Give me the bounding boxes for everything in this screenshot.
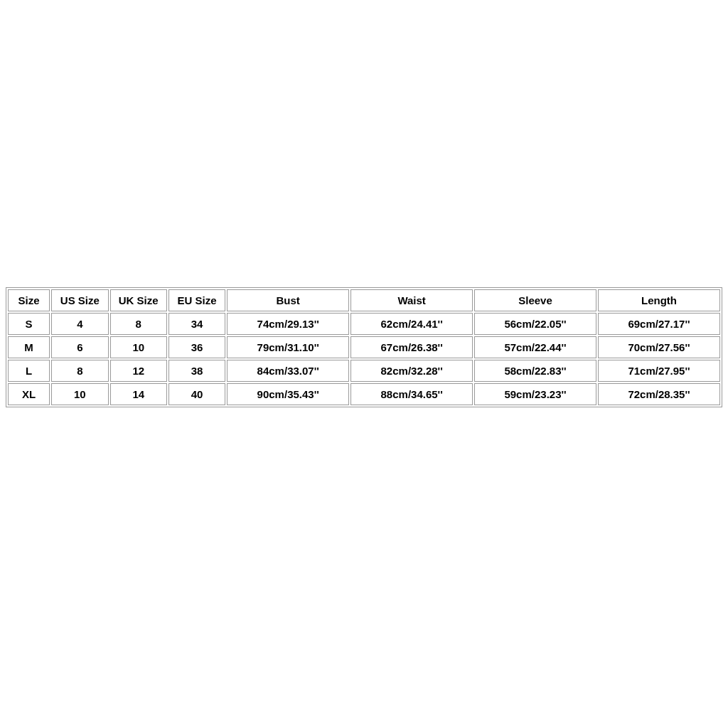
col-header-us: US Size	[51, 289, 108, 311]
cell-eu: 34	[168, 313, 225, 335]
size-chart-table: Size US Size UK Size EU Size Bust Waist …	[6, 287, 722, 407]
cell-eu: 40	[168, 383, 225, 405]
cell-length: 71cm/27.95''	[598, 360, 720, 382]
cell-uk: 12	[110, 360, 167, 382]
table-row: S 4 8 34 74cm/29.13'' 62cm/24.41'' 56cm/…	[8, 313, 720, 335]
cell-waist: 67cm/26.38''	[350, 336, 473, 358]
table-row: L 8 12 38 84cm/33.07'' 82cm/32.28'' 58cm…	[8, 360, 720, 382]
cell-waist: 88cm/34.65''	[350, 383, 473, 405]
cell-waist: 82cm/32.28''	[350, 360, 473, 382]
cell-uk: 8	[110, 313, 167, 335]
cell-length: 70cm/27.56''	[598, 336, 720, 358]
table-header-row: Size US Size UK Size EU Size Bust Waist …	[8, 289, 720, 311]
cell-uk: 10	[110, 336, 167, 358]
cell-length: 69cm/27.17''	[598, 313, 720, 335]
cell-waist: 62cm/24.41''	[350, 313, 473, 335]
cell-us: 10	[51, 383, 108, 405]
cell-eu: 38	[168, 360, 225, 382]
cell-sleeve: 56cm/22.05''	[474, 313, 596, 335]
cell-bust: 90cm/35.43''	[227, 383, 349, 405]
cell-sleeve: 58cm/22.83''	[474, 360, 596, 382]
table-row: M 6 10 36 79cm/31.10'' 67cm/26.38'' 57cm…	[8, 336, 720, 358]
col-header-waist: Waist	[350, 289, 473, 311]
cell-bust: 84cm/33.07''	[227, 360, 349, 382]
cell-size: XL	[8, 383, 50, 405]
col-header-eu: EU Size	[168, 289, 225, 311]
cell-us: 8	[51, 360, 108, 382]
cell-bust: 79cm/31.10''	[227, 336, 349, 358]
cell-us: 4	[51, 313, 108, 335]
col-header-bust: Bust	[227, 289, 349, 311]
col-header-size: Size	[8, 289, 50, 311]
col-header-uk: UK Size	[110, 289, 167, 311]
cell-size: M	[8, 336, 50, 358]
col-header-sleeve: Sleeve	[474, 289, 596, 311]
cell-sleeve: 57cm/22.44''	[474, 336, 596, 358]
cell-sleeve: 59cm/23.23''	[474, 383, 596, 405]
cell-bust: 74cm/29.13''	[227, 313, 349, 335]
cell-uk: 14	[110, 383, 167, 405]
cell-us: 6	[51, 336, 108, 358]
size-chart-container: Size US Size UK Size EU Size Bust Waist …	[6, 287, 722, 407]
cell-size: S	[8, 313, 50, 335]
cell-length: 72cm/28.35''	[598, 383, 720, 405]
col-header-length: Length	[598, 289, 720, 311]
cell-size: L	[8, 360, 50, 382]
table-row: XL 10 14 40 90cm/35.43'' 88cm/34.65'' 59…	[8, 383, 720, 405]
cell-eu: 36	[168, 336, 225, 358]
